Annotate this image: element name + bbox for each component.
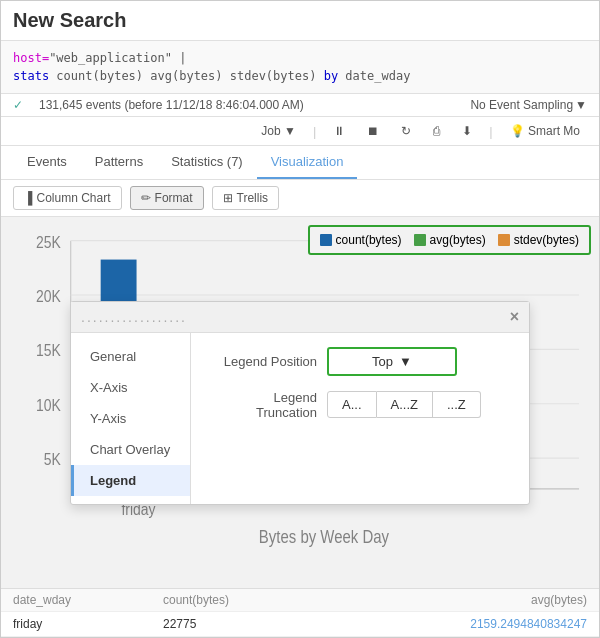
print-btn[interactable]: ⎙ [426,121,447,141]
cell-avg: 2159.2494840834247 [363,617,587,631]
legend-truncation-row: LegendTruncation A... A...Z ...Z [207,390,513,420]
modal-close-btn[interactable]: × [510,308,519,326]
cell-count: 22775 [163,617,363,631]
legend-position-arrow-icon: ▼ [399,354,412,369]
tab-statistics[interactable]: Statistics (7) [157,146,257,179]
query-area: host="web_application" | stats count(byt… [1,41,599,94]
truncation-btn-group: A... A...Z ...Z [327,391,513,418]
sampling-label: No Event Sampling [470,98,573,112]
status-check-icon: ✓ [13,98,23,112]
format-btn[interactable]: ✏ Format [130,186,204,210]
event-sampling-dropdown[interactable]: No Event Sampling ▼ [470,98,587,112]
legend-position-row: Legend Position Top ▼ [207,347,513,376]
legend-position-dropdown[interactable]: Top ▼ [327,347,457,376]
stats-data-row: friday 22775 2159.2494840834247 [1,612,599,637]
stats-table: date_wday count(bytes) avg(bytes) friday… [1,588,599,637]
modal-sidebar: General X-Axis Y-Axis Chart Overlay Lege… [71,333,191,504]
legend-position-value: Top [372,354,393,369]
trellis-label: Trellis [237,191,269,205]
column-chart-label: Column Chart [37,191,111,205]
sampling-arrow-icon: ▼ [575,98,587,112]
tab-visualization[interactable]: Visualization [257,146,358,179]
nav-chart-overlay[interactable]: Chart Overlay [71,434,190,465]
truncation-start-btn[interactable]: A... [327,391,377,418]
events-count-text: 131,645 events (before 11/12/18 8:46:04.… [39,98,304,112]
nav-legend[interactable]: Legend [71,465,190,496]
job-dropdown[interactable]: Job ▼ [254,121,303,141]
refresh-btn[interactable]: ↻ [394,121,418,141]
legend-truncation-label: LegendTruncation [207,390,327,420]
chart-container: count(bytes) avg(bytes) stdev(bytes) 25K [1,217,599,588]
tabs-bar: Events Patterns Statistics (7) Visualiza… [1,146,599,180]
tab-events[interactable]: Events [13,146,81,179]
title-bar: New Search [1,1,599,41]
format-modal-overlay: .................. × General X-Axis Y-Ax… [1,217,599,588]
modal-header[interactable]: .................. × [71,302,529,333]
legend-truncation-control: A... A...Z ...Z [327,391,513,418]
truncation-middle-btn[interactable]: A...Z [377,391,433,418]
query-line1: host="web_application" | [13,49,587,67]
nav-y-axis[interactable]: Y-Axis [71,403,190,434]
column-chart-btn[interactable]: ▐ Column Chart [13,186,122,210]
toolbar-sep-2: | [489,124,492,139]
subtoolbar: ▐ Column Chart ✏ Format ⊞ Trellis [1,180,599,217]
format-modal: .................. × General X-Axis Y-Ax… [70,301,530,505]
pause-btn[interactable]: ⏸ [326,121,352,141]
format-label: Format [155,191,193,205]
query-line2: stats count(bytes) avg(bytes) stdev(byte… [13,67,587,85]
trellis-btn[interactable]: ⊞ Trellis [212,186,280,210]
truncation-end-btn[interactable]: ...Z [433,391,481,418]
legend-position-control: Top ▼ [327,347,513,376]
toolbar: Job ▼ | ⏸ ⏹ ↻ ⎙ ⬇ | 💡 Smart Mo [1,117,599,146]
download-btn[interactable]: ⬇ [455,121,479,141]
tab-patterns[interactable]: Patterns [81,146,157,179]
col-header-avg: avg(bytes) [363,593,587,607]
stop-btn[interactable]: ⏹ [360,121,386,141]
trellis-icon: ⊞ [223,191,233,205]
toolbar-sep-1: | [313,124,316,139]
col-header-count: count(bytes) [163,593,363,607]
status-bar: ✓ 131,645 events (before 11/12/18 8:46:0… [1,94,599,117]
nav-x-axis[interactable]: X-Axis [71,372,190,403]
nav-general[interactable]: General [71,341,190,372]
stats-header-row: date_wday count(bytes) avg(bytes) [1,589,599,612]
modal-body: General X-Axis Y-Axis Chart Overlay Lege… [71,333,529,504]
col-header-date: date_wday [13,593,163,607]
format-icon: ✏ [141,191,151,205]
column-chart-icon: ▐ [24,191,33,205]
drag-handle-icon: .................. [81,309,187,325]
main-window: New Search host="web_application" | stat… [0,0,600,638]
page-title: New Search [13,9,587,32]
modal-content-area: Legend Position Top ▼ LegendTruncation [191,333,529,504]
legend-position-label: Legend Position [207,354,327,369]
cell-date: friday [13,617,163,631]
smart-mode-btn[interactable]: 💡 Smart Mo [503,121,587,141]
